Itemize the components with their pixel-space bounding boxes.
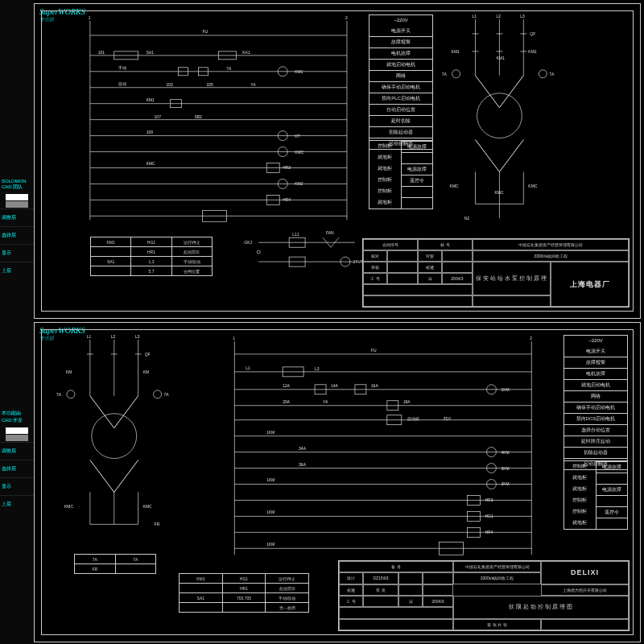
legend-cell: 禁向DCS启动电机 xyxy=(564,413,627,424)
svg-text:109: 109 xyxy=(147,130,154,134)
svg-text:QF: QF xyxy=(145,352,151,357)
svg-text:KM: KM xyxy=(143,369,149,374)
legend-cell: 网络 xyxy=(564,390,627,402)
legend-cell: 故障报警 xyxy=(564,357,627,368)
table-cell: 运行/停止 xyxy=(171,237,212,246)
svg-text:GKJ: GKJ xyxy=(244,240,252,245)
legend-cell: ~220V xyxy=(564,336,627,346)
signal-legend: ~220V 电源开关故障报警电机故障就地启动电机网络确保手动启动电机禁向PLC启… xyxy=(369,14,433,150)
svg-text:QF: QF xyxy=(530,31,535,36)
svg-text:KMC: KMC xyxy=(528,184,537,188)
svg-text:HR4: HR4 xyxy=(485,530,493,535)
sidebar-btn[interactable]: 上层 xyxy=(0,495,34,513)
svg-text:L3: L3 xyxy=(520,14,525,19)
table-cell xyxy=(91,247,130,256)
svg-text:7A: 7A xyxy=(56,392,62,397)
legend-cell xyxy=(401,186,433,197)
table-cell: 手动/自动 xyxy=(171,257,212,266)
svg-text:KMC: KMC xyxy=(450,184,459,188)
svg-text:KM1: KM1 xyxy=(452,49,460,54)
legend-cell: 电源故障 xyxy=(401,163,433,175)
legend-cell: 就地启动电机 xyxy=(369,59,432,70)
svg-text:18A: 18A xyxy=(403,399,411,404)
table-cell: 运行/停止 xyxy=(265,574,308,583)
sidebar-btn[interactable]: 选择层 xyxy=(0,226,34,244)
svg-text:YA: YA xyxy=(250,82,256,87)
svg-text:1: 1 xyxy=(89,15,91,20)
svg-text:L11: L11 xyxy=(292,232,299,237)
svg-text:L1: L1 xyxy=(87,334,92,339)
svg-text:2: 2 xyxy=(345,15,348,20)
svg-text:FU: FU xyxy=(371,348,377,353)
svg-text:手动: 手动 xyxy=(118,65,126,70)
svg-text:KMC: KMC xyxy=(64,504,73,509)
table-cell: HG1 xyxy=(222,574,266,583)
legend-cell xyxy=(401,197,433,208)
table-cell: 起动完毕 xyxy=(171,247,212,256)
svg-text:N2: N2 xyxy=(464,216,470,221)
svg-text:L2: L2 xyxy=(111,334,116,339)
svg-text:KMC: KMC xyxy=(143,504,152,509)
legend-cell: 禁向PLC启动电机 xyxy=(369,93,432,104)
legend-cell: 就地柜 xyxy=(564,484,596,494)
legend-cell: 确保手动启动电机 xyxy=(564,402,627,413)
svg-text:SB2: SB2 xyxy=(194,114,202,119)
svg-text:L2: L2 xyxy=(496,14,501,19)
sidebar-group-label: SOLOMON CAD 团队 xyxy=(0,177,34,193)
legend-cell: 控制柜 xyxy=(564,461,596,472)
title-block: 会同序号 标 号 中国石化集团资产经营管理有限公司 校对IV安 3300t/a硫… xyxy=(362,238,630,308)
sidebar-btn[interactable]: 显示 xyxy=(0,477,34,495)
svg-text:YA: YA xyxy=(323,399,328,404)
swatch[interactable] xyxy=(6,201,28,208)
sidebar-btn[interactable]: 选择层 xyxy=(0,460,34,477)
svg-text:3SV: 3SV xyxy=(444,416,452,421)
sidebar-btn[interactable]: 调整层 xyxy=(0,442,34,460)
svg-text:3KM: 3KM xyxy=(501,466,509,471)
table-cell: KM1 xyxy=(180,574,222,583)
svg-text:101: 101 xyxy=(98,50,105,55)
sidebar-btn[interactable]: 调整层 xyxy=(0,208,34,226)
sidebar-btn[interactable]: 上层 xyxy=(0,262,34,279)
table-cell: 无一故障 xyxy=(265,603,308,612)
svg-point-92 xyxy=(67,390,75,398)
svg-text:L1: L1 xyxy=(473,14,477,19)
table-cell: 703,705 xyxy=(222,593,266,602)
signal-legend-split: 控制柜电源故障就地柜就地柜电源故障控制柜遥控令控制柜就地柜 xyxy=(369,140,433,209)
legend-cell: 延时切除 xyxy=(369,115,432,126)
svg-text:FAN: FAN xyxy=(326,230,334,235)
svg-text:HG1: HG1 xyxy=(485,514,493,518)
legend-cell xyxy=(596,495,628,506)
table-cell: SA1 xyxy=(180,593,222,602)
legend-cell: 选择自动位置 xyxy=(564,424,627,436)
legend-cell: 电源故障 xyxy=(596,461,628,473)
svg-text:1KM: 1KM xyxy=(501,387,509,392)
swatch[interactable] xyxy=(6,435,28,441)
svg-text:2: 2 xyxy=(530,336,532,341)
table-cell xyxy=(180,603,222,612)
legend-cell: 电源故障 xyxy=(596,484,628,495)
legend-cell: 电机故障 xyxy=(369,47,432,59)
svg-text:KM1: KM1 xyxy=(496,56,504,60)
svg-text:105: 105 xyxy=(206,82,213,87)
legend-cell: 故障报警 xyxy=(369,36,432,47)
legend-cell: 切除起动器 xyxy=(369,126,432,138)
svg-text:KM1: KM1 xyxy=(295,69,303,74)
legend-cell: 就地启动电机 xyxy=(564,379,627,390)
legend-cell: 就地柜 xyxy=(564,518,596,528)
svg-text:12A: 12A xyxy=(283,383,291,388)
swatch[interactable] xyxy=(6,194,28,200)
swatch[interactable] xyxy=(6,427,28,434)
svg-text:1KM: 1KM xyxy=(266,542,275,547)
svg-text:16A: 16A xyxy=(371,383,379,388)
sidebar-btn[interactable]: 显示 xyxy=(0,244,34,262)
svg-text:KM1: KM1 xyxy=(528,49,536,54)
svg-text:7A: 7A xyxy=(442,72,448,76)
svg-text:KA1: KA1 xyxy=(242,50,250,55)
svg-text:KMC: KMC xyxy=(494,190,503,195)
legend-cell: 电源开关 xyxy=(369,26,432,36)
table-cell: HR1 xyxy=(222,584,266,592)
svg-text:7A: 7A xyxy=(549,72,555,76)
table-cell: HG1 xyxy=(130,237,171,246)
legend-cell: 电机故障 xyxy=(564,368,627,379)
legend-cell: 就地柜 xyxy=(564,473,596,483)
